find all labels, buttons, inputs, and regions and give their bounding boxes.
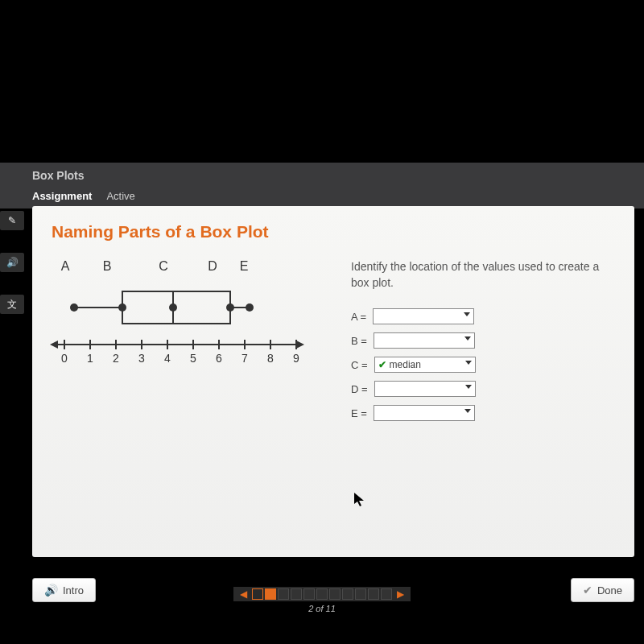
app-panel: ✎ 🔊 文 Box Plots Assignment Active Naming… (0, 163, 644, 613)
pager-step[interactable] (329, 588, 341, 600)
pager-step[interactable] (278, 588, 289, 600)
svg-text:3: 3 (138, 352, 145, 365)
box-plot-svg: 0 1 2 3 4 5 6 7 8 9 (48, 280, 306, 369)
pager-text: 2 of 11 (0, 604, 644, 613)
chevron-down-icon (465, 361, 472, 365)
row-E: E = (351, 405, 618, 421)
select-A[interactable] (373, 308, 474, 324)
translate-icon[interactable]: 文 (0, 295, 24, 314)
svg-text:1: 1 (87, 352, 93, 365)
svg-point-28 (118, 303, 126, 312)
row-D: D = (351, 381, 618, 397)
label-A: A (52, 259, 79, 274)
label-D: D (192, 259, 233, 274)
speaker-icon[interactable]: 🔊 (0, 253, 24, 272)
svg-point-31 (246, 303, 254, 312)
row-C: C = ✔ median (351, 357, 618, 373)
label-C-eq: C = (351, 359, 368, 371)
select-E[interactable] (374, 405, 475, 421)
row-B: B = (351, 332, 618, 349)
answer-area: Identify the location of the values used… (351, 259, 618, 429)
prompt-text: Identify the location of the values used… (351, 259, 618, 291)
select-B[interactable] (374, 332, 475, 349)
pager-step[interactable] (316, 588, 328, 600)
svg-text:2: 2 (113, 352, 119, 365)
question-panel: Naming Parts of a Box Plot A B C D E (32, 206, 634, 557)
select-C[interactable]: ✔ median (374, 357, 476, 373)
assignment-header: Box Plots Assignment Active (0, 163, 644, 208)
pager: ◀ ▶ 2 of 11 (0, 586, 644, 613)
chevron-down-icon (464, 336, 471, 341)
pager-prev[interactable]: ◀ (237, 588, 250, 600)
question-title: Naming Parts of a Box Plot (52, 222, 618, 242)
svg-marker-1 (50, 341, 58, 349)
svg-marker-2 (296, 341, 304, 349)
svg-point-29 (169, 303, 177, 312)
pager-step[interactable] (342, 588, 353, 600)
svg-text:6: 6 (216, 352, 222, 365)
label-E: E (233, 259, 254, 274)
svg-text:9: 9 (293, 352, 299, 365)
pager-step[interactable] (265, 588, 276, 600)
chevron-down-icon (464, 312, 470, 316)
label-A-eq: A = (351, 311, 366, 323)
pager-step[interactable] (303, 588, 315, 600)
box-plot-figure: A B C D E (48, 259, 314, 429)
svg-point-27 (70, 303, 78, 312)
tab-assignment[interactable]: Assignment (32, 185, 106, 208)
pager-step[interactable] (381, 588, 392, 600)
chevron-down-icon (465, 385, 472, 389)
svg-point-30 (226, 303, 234, 312)
svg-text:7: 7 (242, 352, 248, 365)
row-A: A = (351, 308, 618, 324)
label-B: B (79, 259, 135, 274)
check-icon: ✔ (378, 359, 386, 370)
pager-next[interactable]: ▶ (394, 588, 407, 600)
svg-text:4: 4 (164, 352, 171, 365)
pager-step[interactable] (252, 588, 263, 600)
chevron-down-icon (464, 409, 471, 413)
tab-active[interactable]: Active (106, 185, 149, 208)
svg-marker-32 (354, 493, 364, 506)
select-D[interactable] (374, 381, 476, 397)
svg-text:8: 8 (267, 352, 274, 365)
left-sidebar: ✎ 🔊 文 (0, 163, 32, 613)
pager-step[interactable] (291, 588, 302, 600)
pager-step[interactable] (368, 588, 379, 600)
course-title: Box Plots (0, 167, 644, 185)
label-E-eq: E = (351, 407, 367, 419)
label-C: C (135, 259, 192, 274)
pencil-icon[interactable]: ✎ (0, 211, 24, 230)
svg-text:5: 5 (190, 352, 196, 365)
svg-text:0: 0 (61, 352, 68, 365)
pager-step[interactable] (355, 588, 366, 600)
label-D-eq: D = (351, 383, 368, 395)
label-B-eq: B = (351, 335, 367, 347)
